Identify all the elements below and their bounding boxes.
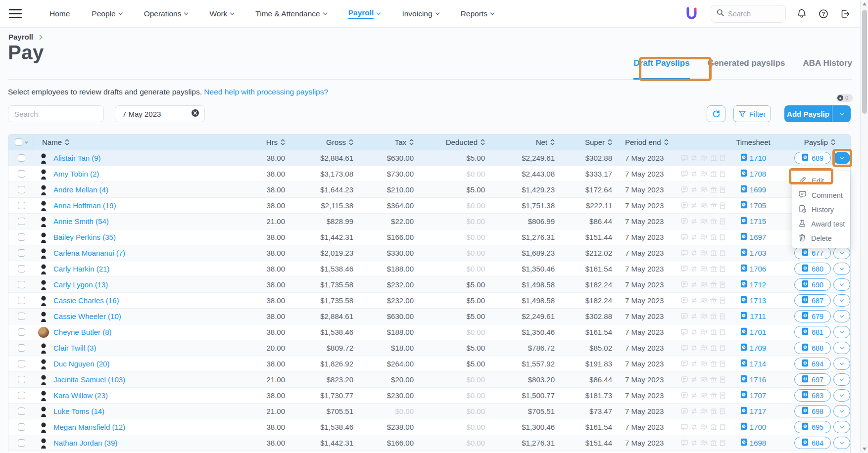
- column-header-period-end[interactable]: Period end: [612, 138, 679, 146]
- help-icon[interactable]: ?: [818, 8, 829, 20]
- payslip-button[interactable]: $690: [794, 278, 831, 291]
- employee-name-link[interactable]: Amy Tobin (2): [53, 170, 99, 178]
- row-comment-icon[interactable]: [681, 392, 688, 399]
- timesheet-link[interactable]: 1716: [733, 375, 773, 384]
- row-employees-icon[interactable]: [700, 186, 708, 193]
- breadcrumb-payroll-link[interactable]: Payroll: [8, 33, 33, 41]
- nav-item-people[interactable]: People: [92, 9, 122, 18]
- row-checkbox[interactable]: [18, 170, 25, 178]
- row-checkbox[interactable]: [18, 218, 25, 225]
- payslip-menu-button[interactable]: [833, 152, 850, 164]
- row-employees-icon[interactable]: [700, 408, 708, 414]
- row-receipt-icon[interactable]: [720, 218, 725, 225]
- payslip-button[interactable]: $694: [794, 358, 831, 370]
- employee-name-link[interactable]: Clair Twill (3): [53, 344, 96, 352]
- row-comment-icon[interactable]: [681, 329, 688, 335]
- employee-name-link[interactable]: Carly Harkin (21): [53, 265, 109, 273]
- row-checkbox[interactable]: [18, 360, 25, 367]
- row-checkbox[interactable]: [18, 376, 25, 383]
- row-bank-icon[interactable]: [710, 392, 717, 399]
- row-bank-icon[interactable]: [710, 266, 717, 272]
- nav-item-invoicing[interactable]: Invoicing: [402, 9, 438, 18]
- row-checkbox[interactable]: [18, 265, 25, 272]
- row-transfer-icon[interactable]: [690, 297, 698, 304]
- payslip-button[interactable]: $695: [794, 421, 831, 433]
- row-checkbox[interactable]: [18, 392, 25, 399]
- row-transfer-icon[interactable]: [690, 218, 698, 225]
- row-transfer-icon[interactable]: [690, 345, 698, 351]
- column-header-net[interactable]: Net: [485, 138, 555, 146]
- row-bank-icon[interactable]: [710, 171, 717, 177]
- payslip-menu-button[interactable]: [833, 358, 850, 370]
- employee-name-link[interactable]: Carly Lygon (13): [53, 280, 108, 289]
- nav-item-home[interactable]: Home: [49, 9, 70, 18]
- timesheet-link[interactable]: 1714: [733, 359, 773, 368]
- column-header-deducted[interactable]: Deducted: [414, 138, 485, 146]
- employee-name-link[interactable]: Cassie Wheeler (10): [53, 312, 121, 320]
- timesheet-link[interactable]: 1712: [733, 280, 773, 289]
- row-employees-icon[interactable]: [700, 297, 708, 304]
- payslip-menu-button[interactable]: [833, 310, 850, 322]
- employee-name-link[interactable]: Kara Willow (23): [53, 391, 108, 400]
- payslip-menu-button[interactable]: [833, 278, 850, 291]
- row-transfer-icon[interactable]: [690, 329, 698, 335]
- row-receipt-icon[interactable]: [720, 266, 725, 272]
- sort-icon[interactable]: [281, 139, 285, 145]
- payslip-button[interactable]: $698: [794, 405, 831, 417]
- row-bank-icon[interactable]: [710, 234, 717, 240]
- row-checkbox[interactable]: [18, 439, 25, 447]
- logout-icon[interactable]: [839, 8, 851, 20]
- row-checkbox[interactable]: [18, 233, 25, 241]
- timesheet-link[interactable]: 1715: [733, 217, 773, 226]
- employee-name-link[interactable]: Alistair Tan (9): [53, 154, 101, 162]
- row-comment-icon[interactable]: [681, 424, 688, 430]
- add-payslip-dropdown-button[interactable]: [832, 105, 851, 122]
- row-transfer-icon[interactable]: [690, 202, 698, 209]
- tab-generated-payslips[interactable]: Generated payslips: [708, 58, 785, 80]
- payslip-menu-button[interactable]: [833, 326, 850, 338]
- timesheet-link[interactable]: 1706: [733, 264, 773, 273]
- menu-item-award-test[interactable]: Award test: [792, 217, 850, 231]
- payslip-button[interactable]: $687: [794, 294, 831, 307]
- payslip-button[interactable]: $684: [794, 437, 831, 449]
- add-payslip-button[interactable]: Add Payslip: [784, 105, 832, 122]
- payslip-menu-button[interactable]: [833, 437, 850, 449]
- row-bank-icon[interactable]: [710, 250, 717, 256]
- payslip-menu-button[interactable]: [833, 373, 850, 386]
- row-receipt-icon[interactable]: [720, 155, 725, 162]
- column-header-tax[interactable]: Tax: [353, 138, 414, 146]
- timesheet-link[interactable]: 1713: [733, 296, 773, 305]
- row-transfer-icon[interactable]: [690, 313, 698, 319]
- row-checkbox[interactable]: [18, 297, 25, 304]
- row-transfer-icon[interactable]: [690, 266, 698, 272]
- column-header-name[interactable]: Name: [34, 138, 197, 146]
- row-bank-icon[interactable]: [710, 218, 717, 225]
- row-checkbox[interactable]: [18, 344, 25, 352]
- row-bank-icon[interactable]: [710, 297, 717, 304]
- row-transfer-icon[interactable]: [690, 281, 698, 288]
- payslip-button[interactable]: $677: [794, 247, 831, 259]
- row-employees-icon[interactable]: [700, 234, 708, 240]
- column-header-hrs[interactable]: Hrs: [197, 138, 285, 146]
- row-bank-icon[interactable]: [710, 376, 717, 383]
- employee-name-link[interactable]: Bailey Perkins (35): [53, 233, 116, 241]
- payslip-button[interactable]: $688: [794, 342, 831, 354]
- sort-icon[interactable]: [831, 139, 835, 145]
- payslip-menu-button[interactable]: [833, 389, 850, 402]
- timesheet-link[interactable]: 1699: [733, 185, 773, 194]
- row-comment-icon[interactable]: [681, 250, 688, 256]
- employee-name-link[interactable]: Jacinita Samuel (103): [53, 375, 125, 384]
- payslip-button[interactable]: $689: [794, 152, 831, 164]
- row-transfer-icon[interactable]: [690, 440, 698, 446]
- payslip-button[interactable]: $697: [794, 373, 831, 386]
- payslip-menu-button[interactable]: [833, 342, 850, 354]
- row-transfer-icon[interactable]: [690, 250, 698, 256]
- row-receipt-icon[interactable]: [720, 376, 725, 383]
- row-transfer-icon[interactable]: [690, 155, 698, 161]
- sort-icon[interactable]: [65, 139, 69, 145]
- row-receipt-icon[interactable]: [720, 361, 725, 367]
- row-receipt-icon[interactable]: [720, 202, 725, 209]
- timesheet-link[interactable]: 1710: [733, 153, 773, 163]
- row-bank-icon[interactable]: [710, 202, 717, 209]
- row-employees-icon[interactable]: [700, 281, 708, 288]
